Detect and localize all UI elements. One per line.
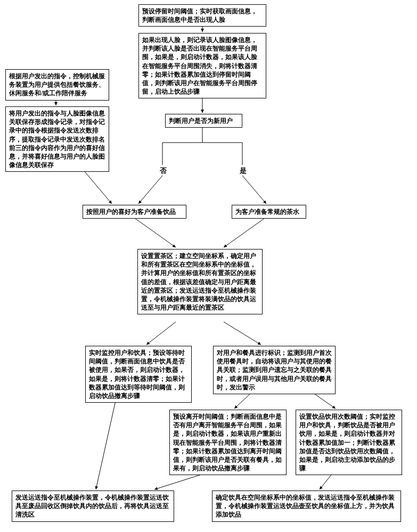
node-preset-stay-threshold: 预设停留时间阈值；实时获取画面信息，判断画面信息中是否出现人脸 — [138, 4, 266, 11]
